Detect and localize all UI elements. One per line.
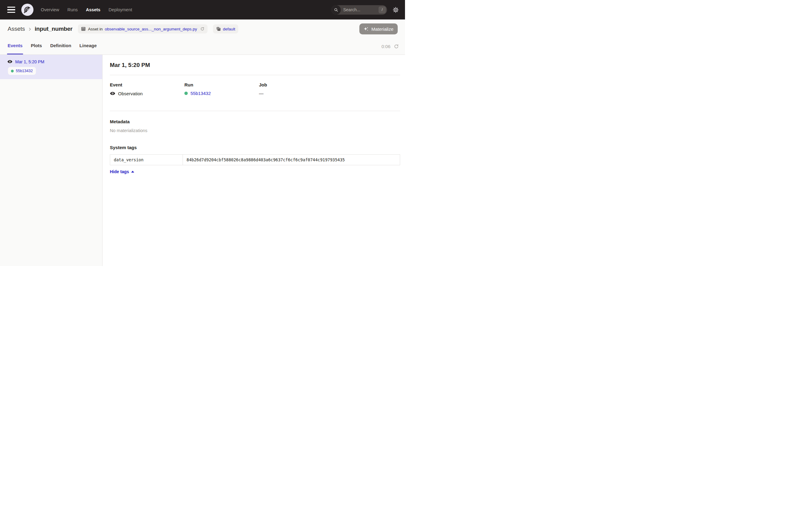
page-title: input_number — [35, 26, 72, 32]
metadata-heading: Metadata — [110, 119, 400, 124]
primary-nav: Overview Runs Assets Deployment — [41, 7, 132, 12]
nav-item-overview[interactable]: Overview — [41, 7, 59, 12]
job-column: Job — — [259, 82, 334, 96]
refresh-icon[interactable] — [394, 44, 399, 49]
hamburger-bar — [7, 12, 15, 13]
run-value: 55b13432 — [184, 91, 259, 96]
tabs-bar: Events Plots Definition Lineage 0:06 — [0, 38, 405, 55]
breadcrumb: Assets input_number — [7, 26, 72, 32]
settings-gear-icon[interactable] — [392, 7, 399, 13]
event-column-label: Event — [110, 82, 184, 87]
dagster-app: Overview Runs Assets Deployment / — [0, 0, 405, 266]
content-area: Mar 1, 5:20 PM 55b13432 Mar 1, 5:20 PM E… — [0, 55, 405, 266]
job-empty-dash: — — [259, 91, 263, 96]
caret-up-icon — [131, 171, 134, 173]
eye-observation-icon — [110, 91, 115, 96]
asset-definition-file-link[interactable]: observable_source_ass..._non_argument_de… — [105, 27, 197, 31]
job-value: — — [259, 91, 334, 96]
eye-observation-icon — [7, 59, 13, 64]
events-sidebar: Mar 1, 5:20 PM 55b13432 — [0, 55, 102, 266]
repository-pill[interactable]: default — [213, 25, 239, 33]
chevron-right-icon — [28, 27, 32, 31]
job-column-label: Job — [259, 82, 334, 87]
system-tags-table: data_version 84b26d7d9204cbf588026c8a988… — [110, 154, 400, 165]
breadcrumb-assets-link[interactable]: Assets — [7, 26, 25, 32]
dagster-logo[interactable] — [21, 4, 33, 16]
run-column-label: Run — [184, 82, 259, 87]
run-id-link[interactable]: 55b13432 — [191, 91, 211, 96]
menu-hamburger-icon[interactable] — [7, 7, 15, 13]
page-header: Assets input_number Asset in observable_… — [0, 19, 405, 55]
system-tag-key: data_version — [110, 155, 183, 165]
event-type-value: Observation — [110, 91, 184, 96]
nav-item-deployment[interactable]: Deployment — [109, 7, 132, 12]
table-grid-icon — [81, 27, 86, 31]
system-tags-heading: System tags — [110, 145, 400, 150]
run-id-label: 55b13432 — [16, 69, 33, 73]
materialize-label: Materialize — [371, 27, 393, 32]
event-item-header: Mar 1, 5:20 PM — [7, 59, 97, 64]
auto-refresh: 0:06 — [382, 44, 399, 49]
nav-item-assets[interactable]: Assets — [86, 7, 100, 12]
hamburger-bar — [7, 7, 15, 7]
hide-tags-label: Hide tags — [110, 169, 129, 174]
run-status-dot — [11, 70, 14, 72]
nav-item-runs[interactable]: Runs — [67, 7, 78, 12]
event-list-item[interactable]: Mar 1, 5:20 PM 55b13432 — [0, 55, 102, 79]
hamburger-bar — [7, 9, 15, 10]
tab-definition[interactable]: Definition — [50, 38, 71, 54]
event-detail-panel: Mar 1, 5:20 PM Event Observation — [102, 55, 405, 266]
materialize-button[interactable]: Materialize — [359, 23, 398, 34]
global-search[interactable]: / — [331, 5, 387, 15]
repository-icon — [216, 27, 221, 31]
divider — [110, 111, 400, 111]
breadcrumb-row: Assets input_number Asset in observable_… — [0, 19, 405, 38]
event-run-chip[interactable]: 55b13432 — [8, 67, 36, 75]
refresh-countdown: 0:06 — [382, 44, 390, 49]
event-summary-columns: Event Observation Run 55b13432 — [110, 75, 400, 104]
system-tag-row: data_version 84b26d7d9204cbf588026c8a988… — [110, 155, 400, 165]
reload-code-location-icon[interactable] — [200, 27, 205, 31]
tab-lineage[interactable]: Lineage — [79, 38, 97, 54]
repository-name-link[interactable]: default — [223, 27, 236, 31]
event-column: Event Observation — [110, 82, 184, 96]
search-input[interactable] — [341, 7, 378, 12]
hide-tags-link[interactable]: Hide tags — [110, 169, 134, 174]
event-timestamp-link[interactable]: Mar 1, 5:20 PM — [15, 59, 45, 64]
event-detail-title: Mar 1, 5:20 PM — [110, 62, 400, 68]
asset-location-pill[interactable]: Asset in observable_source_ass..._non_ar… — [78, 25, 207, 33]
tab-plots[interactable]: Plots — [31, 38, 42, 54]
top-nav: Overview Runs Assets Deployment / — [0, 0, 405, 19]
event-type-text: Observation — [118, 91, 143, 96]
search-icon — [331, 5, 341, 15]
sparkle-icon — [363, 27, 369, 32]
system-tag-value: 84b26d7d9204cbf588026c8a9886d403a6c9637c… — [183, 155, 400, 165]
run-status-dot — [184, 92, 188, 95]
search-shortcut-key: / — [378, 6, 386, 13]
metadata-empty-text: No materializations — [110, 128, 400, 133]
run-column: Run 55b13432 — [184, 82, 259, 96]
tab-events[interactable]: Events — [7, 38, 22, 54]
asset-location-prefix: Asset in — [88, 27, 102, 31]
